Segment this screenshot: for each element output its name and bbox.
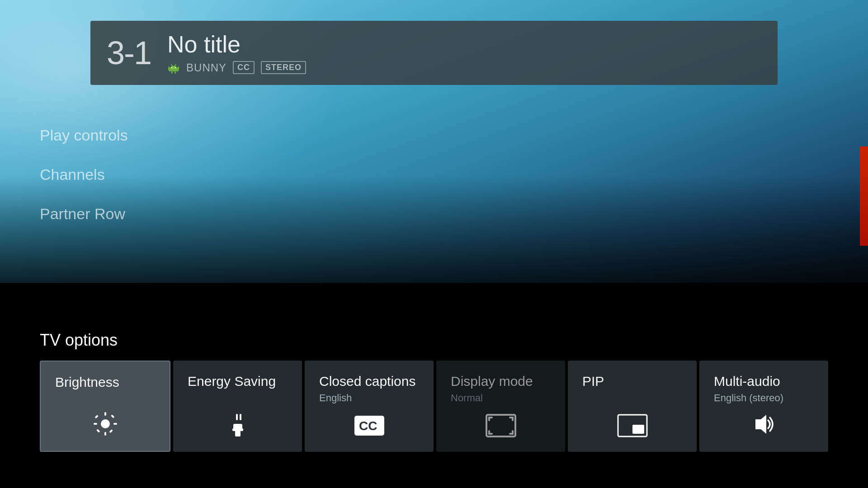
svg-rect-20	[240, 414, 241, 420]
svg-text:CC: CC	[359, 419, 377, 433]
svg-rect-19	[236, 414, 238, 420]
svg-rect-2	[171, 71, 173, 74]
brightness-label-top: Brightness	[55, 374, 155, 390]
energy-saving-tile[interactable]: Energy Saving	[173, 361, 302, 452]
svg-line-7	[175, 65, 176, 66]
brightness-tile[interactable]: Brightness	[40, 361, 170, 452]
multi-audio-sublabel: English (stereo)	[714, 392, 814, 404]
options-grid: Brightness	[40, 361, 828, 452]
closed-captions-label-top: Closed captions English	[319, 373, 419, 404]
section-title: TV options	[40, 331, 828, 350]
channel-info-bar: 3-1 No title	[90, 21, 778, 85]
svg-rect-17	[235, 430, 241, 436]
multi-audio-label-top: Multi-audio English (stereo)	[714, 373, 814, 404]
pip-label: PIP	[582, 373, 682, 389]
display-mode-sublabel: Normal	[451, 392, 551, 404]
stereo-badge: STEREO	[261, 61, 306, 74]
svg-rect-26	[632, 425, 644, 434]
energy-icon	[188, 411, 288, 437]
svg-rect-16	[111, 414, 114, 418]
svg-rect-11	[94, 423, 97, 425]
closed-captions-label: Closed captions	[319, 373, 419, 389]
cc-badge: CC	[233, 61, 255, 74]
svg-rect-0	[168, 66, 170, 70]
energy-saving-label-top: Energy Saving	[188, 373, 288, 389]
tv-options-section: TV options Brightness	[0, 331, 868, 452]
svg-point-5	[175, 67, 176, 68]
svg-rect-9	[104, 412, 106, 416]
svg-point-4	[171, 67, 172, 68]
red-accent-decoration	[860, 146, 868, 246]
display-icon	[451, 414, 551, 437]
svg-line-6	[171, 65, 173, 66]
audio-icon	[714, 411, 814, 437]
svg-rect-13	[94, 415, 98, 418]
side-nav: Play controls Channels Partner Row	[40, 127, 128, 223]
display-mode-tile[interactable]: Display mode Normal	[436, 361, 565, 452]
svg-rect-15	[96, 429, 100, 432]
closed-captions-sublabel: English	[319, 392, 419, 404]
nav-item-partner-row[interactable]: Partner Row	[40, 205, 128, 223]
pip-label-top: PIP	[582, 373, 682, 389]
svg-point-8	[101, 419, 110, 428]
svg-rect-12	[113, 423, 117, 425]
svg-marker-27	[755, 415, 766, 434]
brightness-icon	[55, 411, 155, 436]
brightness-label: Brightness	[55, 374, 155, 390]
nav-item-channels[interactable]: Channels	[40, 166, 128, 183]
channel-info: No title	[167, 32, 306, 74]
android-icon	[167, 61, 180, 74]
display-mode-label: Display mode	[451, 373, 551, 389]
channel-meta: BUNNY CC STEREO	[167, 61, 306, 74]
svg-rect-10	[104, 432, 106, 436]
svg-rect-1	[178, 66, 179, 70]
channel-number: 3-1	[107, 37, 151, 69]
pip-icon	[582, 414, 682, 437]
channel-source-name: BUNNY	[186, 61, 226, 74]
svg-rect-3	[175, 71, 176, 74]
svg-rect-21	[232, 428, 243, 431]
cc-icon: CC	[319, 414, 419, 437]
pip-tile[interactable]: PIP	[568, 361, 697, 452]
display-mode-label-top: Display mode Normal	[451, 373, 551, 404]
channel-title: No title	[167, 32, 306, 57]
closed-captions-tile[interactable]: Closed captions English CC	[305, 361, 434, 452]
multi-audio-tile[interactable]: Multi-audio English (stereo)	[699, 361, 828, 452]
energy-saving-label: Energy Saving	[188, 373, 288, 389]
nav-item-play-controls[interactable]: Play controls	[40, 127, 128, 144]
svg-rect-14	[109, 429, 113, 433]
multi-audio-label: Multi-audio	[714, 373, 814, 389]
